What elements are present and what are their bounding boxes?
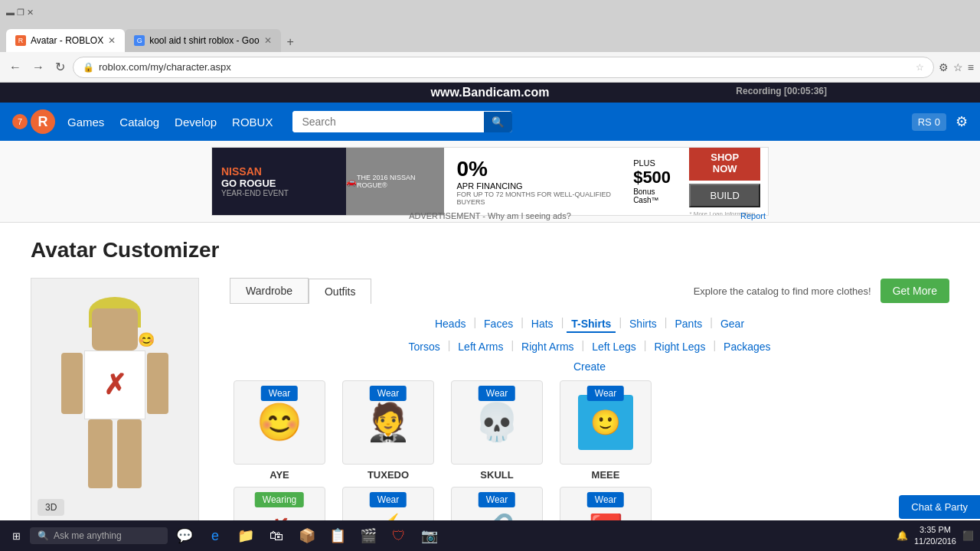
cat-left-legs[interactable]: Left Legs	[587, 339, 641, 354]
cat-left-arms[interactable]: Left Arms	[453, 339, 508, 354]
browser-chrome: ▬ ❐ ✕ R Avatar - ROBLOX ✕ G kool aid t s…	[0, 0, 980, 83]
wear-btn-skull[interactable]: Wear	[479, 386, 515, 401]
shop-now-button[interactable]: SHOP NOW	[689, 147, 760, 181]
extensions-icon[interactable]: ⚙	[939, 61, 949, 73]
taskbar-antivirus[interactable]: 🛡	[385, 522, 413, 549]
google-favicon: G	[134, 35, 145, 46]
wardrobe-tab[interactable]: Wardrobe	[230, 278, 309, 304]
wear-btn-aye[interactable]: Wear	[261, 386, 298, 401]
cat-faces[interactable]: Faces	[479, 316, 518, 333]
nav-games[interactable]: Games	[67, 116, 104, 129]
wear-btn-bottom-2[interactable]: Wear	[479, 492, 515, 507]
back-button[interactable]: ←	[6, 57, 24, 77]
taskbar-camera[interactable]: 📷	[416, 522, 443, 549]
roblox-face-icon: 🙂	[590, 408, 621, 437]
nav-robux[interactable]: ROBUX	[232, 116, 273, 129]
notification-badge[interactable]: 7	[12, 114, 28, 129]
avatar-section: 😊 ✗ 3D Wardrobe Outfits Explore the cat	[31, 278, 949, 551]
header-right: RS 0 ⚙	[912, 113, 968, 131]
wear-btn-bottom-1[interactable]: Wear	[370, 492, 407, 507]
taskbar-vudu[interactable]: 🎬	[354, 522, 382, 549]
ad-subtitle: YEAR-END EVENT	[221, 189, 337, 197]
wear-btn-tuxedo[interactable]: Wear	[370, 386, 407, 401]
menu-icon[interactable]: ≡	[968, 61, 974, 73]
settings-icon[interactable]: ⚙	[956, 113, 968, 130]
wear-btn-bottom-3[interactable]: Wear	[587, 492, 624, 507]
ad-car-image: 🚗 THE 2016 NISSAN ROGUE®	[346, 147, 445, 216]
taskbar-search[interactable]: 🔍 Ask me anything	[30, 527, 168, 544]
cat-right-legs[interactable]: Right Legs	[649, 339, 710, 354]
taskbar-date-text: 11/20/2016	[914, 536, 956, 547]
cat-create[interactable]: Create	[569, 359, 610, 374]
item-img-skull: Wear 💀	[451, 380, 543, 465]
forward-button[interactable]: →	[29, 57, 47, 77]
avatar-right-arm	[147, 353, 168, 414]
chat-label: Chat & Party	[911, 501, 968, 513]
avatar-3d-button[interactable]: 3D	[38, 499, 64, 516]
get-more-button[interactable]: Get More	[880, 279, 949, 303]
nav-develop[interactable]: Develop	[175, 116, 217, 129]
build-button[interactable]: BUILD	[689, 184, 760, 207]
roblox-logo[interactable]: R	[31, 109, 55, 134]
item-card-aye: Wear 😊 AYE	[230, 380, 329, 481]
taskbar-cortana[interactable]: 💬	[171, 522, 198, 549]
taskbar-store[interactable]: 🛍	[263, 522, 290, 549]
shirt-scratch: ✗	[103, 369, 126, 401]
cat-shirts[interactable]: Shirts	[625, 316, 662, 333]
ad-bonus: PLUS $500 Bonus Cash™	[627, 152, 681, 210]
search-button[interactable]: 🔍	[484, 112, 512, 132]
cat-torsos[interactable]: Torsos	[403, 339, 444, 354]
item-name-meee: MEEE	[592, 469, 620, 481]
cat-tshirts[interactable]: T-Shirts	[567, 316, 616, 333]
meee-icon: 🙂	[578, 395, 633, 450]
cat-pants[interactable]: Pants	[670, 316, 707, 333]
chat-widget[interactable]: Chat & Party	[899, 495, 980, 519]
taskbar-dropbox[interactable]: 📦	[293, 522, 321, 549]
aye-icon: 😊	[256, 401, 302, 444]
robux-button[interactable]: RS 0	[912, 113, 946, 131]
cat-packages[interactable]: Packages	[719, 339, 775, 354]
new-tab-button[interactable]: +	[281, 32, 300, 52]
report-link[interactable]: Report	[740, 211, 766, 220]
search-bar[interactable]: 🔍	[292, 111, 512, 132]
refresh-button[interactable]: ↻	[52, 57, 68, 77]
avatar-left-arm	[61, 353, 83, 414]
wearing-btn-0[interactable]: Wearing	[255, 492, 304, 507]
tab-label-active: Avatar - ROBLOX	[31, 35, 103, 46]
cat-hats[interactable]: Hats	[527, 316, 558, 333]
ad-apr-detail: FOR UP TO 72 MONTHS FOR WELL-QUALIFIED B…	[456, 191, 615, 206]
cat-right-arms[interactable]: Right Arms	[517, 339, 578, 354]
taskbar-explorer[interactable]: 📁	[232, 522, 260, 549]
taskbar-time-text: 3:35 PM	[914, 524, 956, 536]
item-card-tuxedo: Wear 🤵 TUXEDO	[338, 380, 438, 481]
url-bar[interactable]: 🔒 roblox.com/my/character.aspx ☆	[73, 57, 934, 78]
skull-icon: 💀	[474, 401, 520, 444]
tab-bar: R Avatar - ROBLOX ✕ G kool aid t shirt r…	[0, 24, 980, 52]
items-grid: Wear 😊 AYE Wear 🤵 TUXEDO Wear	[230, 380, 949, 481]
taskbar-ie[interactable]: e	[201, 522, 229, 549]
tab-inactive[interactable]: G kool aid t shirt roblox - Goo ✕	[125, 29, 280, 52]
nav-catalog[interactable]: Catalog	[119, 116, 159, 129]
taskbar-action-center[interactable]: ⬛	[962, 530, 974, 541]
item-img-meee: Wear 🙂	[560, 380, 652, 465]
search-input[interactable]	[292, 111, 484, 132]
ad-bonus-type: Bonus Cash™	[633, 187, 675, 204]
ad-middle: 0% APR FINANCING FOR UP TO 72 MONTHS FOR…	[444, 151, 627, 212]
create-link-container: Create	[230, 360, 949, 373]
tab-close-active[interactable]: ✕	[108, 35, 116, 46]
tab-close-inactive[interactable]: ✕	[264, 35, 272, 46]
avatar-figure: 😊 ✗	[54, 293, 176, 507]
tab-active[interactable]: R Avatar - ROBLOX ✕	[6, 29, 125, 52]
bandicam-overlay-container: www.Bandicam.com Recording [00:05:36]	[0, 83, 980, 103]
cat-heads[interactable]: Heads	[430, 316, 470, 333]
taskbar-amazon[interactable]: 📋	[324, 522, 351, 549]
tuxedo-icon: 🤵	[365, 401, 411, 444]
taskbar: ⊞ 🔍 Ask me anything 💬 e 📁 🛍 📦 📋 🎬 🛡 📷 🔔 …	[0, 520, 980, 551]
cat-gear[interactable]: Gear	[716, 316, 749, 333]
start-button[interactable]: ⊞	[6, 527, 27, 545]
avatar-head: 😊	[92, 308, 138, 350]
ad-label: ADVERTISEMENT - Why am I seeing ads?	[409, 211, 571, 220]
wear-btn-meee[interactable]: Wear	[587, 386, 624, 401]
outfits-tab[interactable]: Outfits	[309, 279, 371, 304]
bookmark-icon[interactable]: ☆	[953, 61, 963, 73]
